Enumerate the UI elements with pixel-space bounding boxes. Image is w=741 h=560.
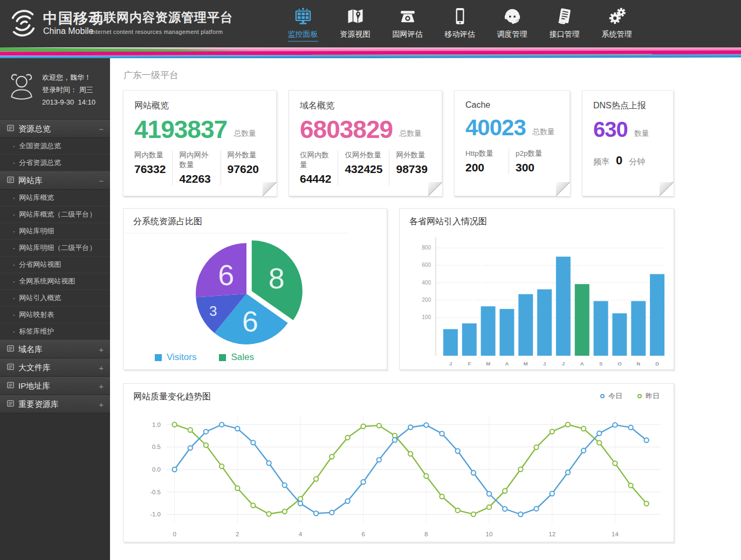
sidebar-item[interactable]: · 网站引入概览 [0,290,110,307]
svg-text:S: S [599,361,602,367]
sidebar-section[interactable]: 重要资源库 + [0,395,110,413]
data-point [487,505,491,509]
sidebar-section[interactable]: 域名库 + [0,340,110,358]
expand-toggle-icon[interactable]: + [99,400,104,409]
data-point [550,430,554,434]
data-point [266,461,271,465]
svg-text:D: D [655,361,659,367]
folder-icon [7,399,14,409]
card-stat: 网内数量76332 [134,150,172,185]
sidebar-section[interactable]: 网站库 − [0,171,110,190]
expand-toggle-icon[interactable]: − [99,125,104,134]
nav-item-gears[interactable]: 系统管理 [591,5,643,42]
data-point [518,467,523,472]
data-point [235,426,239,431]
china-mobile-logo [8,8,39,39]
data-point [204,443,208,447]
login-datetime: 2013-9-30 14:10 [42,96,95,108]
data-point [408,452,413,456]
data-point [219,464,224,468]
sidebar-section[interactable]: 资源总览 − [0,120,110,138]
legend-swatch-icon [155,354,162,361]
expand-toggle-icon[interactable]: + [99,363,104,372]
data-point [330,454,334,459]
sidebar-section[interactable]: 大文件库 + [0,358,110,377]
bullet-icon: · [13,244,15,252]
nav-item-dashboard[interactable]: 监控面板 [277,5,329,42]
card-big-label: 总数量 [234,129,256,139]
expand-toggle-icon[interactable]: − [99,176,104,185]
svg-text:8: 8 [269,262,285,294]
nav-label: 资源视图 [340,30,370,41]
svg-text:O: O [618,361,621,367]
sidebar-section[interactable]: IP地址库 + [0,377,110,395]
data-point [644,501,649,506]
nav-item-mobile[interactable]: 移动评估 [434,5,486,42]
nav-item-map[interactable]: 资源视图 [329,5,381,42]
svg-text:N: N [636,361,640,367]
bullet-icon: · [13,311,15,319]
sidebar-item[interactable]: · 全国资源总览 [0,138,110,155]
pie-legend: Visitors Sales [155,352,254,363]
data-point [613,423,617,427]
card-title: 网站概览 [134,100,265,112]
stat-card: DNS热点上报 630 数量 频率0分钟 [582,90,674,196]
data-point [644,438,649,443]
line-legend-item[interactable]: 昨日 [637,391,660,401]
data-point [235,486,239,490]
line-legend-item[interactable]: 今日 [600,391,622,401]
bullet-icon: · [13,278,15,286]
bar-panel-title: 各省网站引入情况图 [400,209,674,233]
data-point [613,461,617,465]
expand-toggle-icon[interactable]: + [99,345,104,354]
data-point [566,470,570,474]
nav-item-operator[interactable]: 调度管理 [486,5,538,42]
sidebar-item[interactable]: · 分省资源总览 [0,155,110,171]
nav-label: 系统管理 [602,30,632,41]
card-stat: 频率0分钟 [593,154,662,168]
data-point [377,423,381,427]
nav-label: 移动评估 [445,30,475,41]
sidebar-item[interactable]: · 网站库明细 [0,223,110,240]
pie-legend-item[interactable]: Visitors [155,352,196,363]
sidebar-section-label: IP地址库 [18,381,94,391]
svg-text:0.0: 0.0 [152,466,161,473]
svg-text:600: 600 [422,262,431,268]
bullet-icon: · [13,194,15,202]
svg-text:4: 4 [299,531,303,537]
card-big-number: 40023 [465,114,526,141]
line-legend: 今日 昨日 [600,391,660,401]
line-chart[interactable]: 024681012141.00.50.0-0.5-1.0 [124,408,674,545]
sidebar-item[interactable]: · 网站映射表 [0,307,110,323]
nav-item-phone[interactable]: 固网评估 [381,5,434,42]
svg-text:A: A [505,361,509,367]
data-point [566,423,570,427]
nav-item-interface[interactable]: 接口管理 [538,5,591,42]
sidebar-item[interactable]: · 标签库维护 [0,323,110,340]
sidebar-item[interactable]: · 分省网站视图 [0,257,110,273]
svg-text:2: 2 [236,531,239,537]
sidebar-section-label: 资源总览 [18,124,94,134]
sidebar-item[interactable]: · 网站库概览（二级平台） [0,206,110,223]
data-point [597,431,601,435]
card-stat: 网外数量98739 [389,150,434,185]
expand-toggle-icon[interactable]: + [99,382,104,391]
card-stat: 网内网外数量42263 [172,150,220,185]
svg-text:12: 12 [548,531,555,537]
pie-chart[interactable]: 8636 [124,233,387,355]
bar-chart[interactable]: 800600400200100JFMAMJJASOND [400,233,674,373]
operator-icon [503,6,522,26]
data-point [219,423,224,427]
sidebar-section-label: 大文件库 [18,363,94,373]
svg-text:200: 200 [422,297,431,303]
pie-panel-title: 分系统资源占比图 [124,209,349,233]
sidebar-item[interactable]: · 全网系统网站视图 [0,273,110,290]
data-point [330,510,334,515]
pie-legend-item[interactable]: Sales [219,352,254,363]
bullet-icon: · [13,294,15,302]
bar [481,306,496,356]
nav-label: 固网评估 [393,30,423,41]
sidebar-item[interactable]: · 网站库明细（二级平台） [0,240,110,257]
sidebar-item[interactable]: · 网站库概览 [0,190,110,206]
sidebar-item-label: 分省网站视图 [19,260,61,269]
